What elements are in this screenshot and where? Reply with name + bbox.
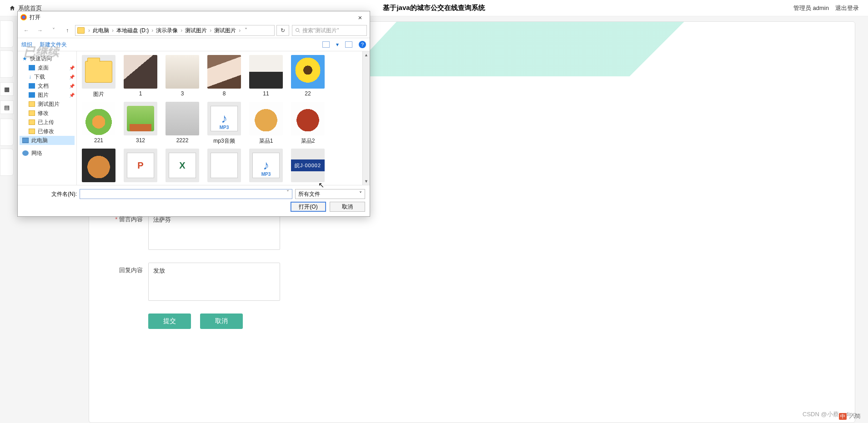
file-label: 8 [223,90,226,97]
app-title: 基于java的城市公交在线查询系统 [383,4,485,12]
dialog-cancel-button[interactable]: 取消 [330,202,365,212]
file-item[interactable]: ♪MP3 [249,149,283,185]
file-item[interactable]: 221 [81,102,116,145]
file-label: 测试 [135,184,146,185]
chevron-down-icon: ˅ [359,191,362,197]
file-item[interactable]: 菜品1 [249,102,283,145]
tree-testimg[interactable]: 测试图片 [20,100,75,109]
file-open-dialog: 打开 × ← → ˅ ↑ ›此电脑 ›本地磁盘 (D:) ›演示录像 ›测试图片… [17,11,370,217]
view-thumb-icon[interactable] [322,41,330,48]
file-label: 312 [136,137,145,144]
crumb[interactable]: 测试图片 [183,27,209,35]
help-icon[interactable]: ? [359,41,366,48]
rail-tab[interactable] [0,119,14,146]
tree-modified[interactable]: 已修改 [20,127,75,136]
file-label: 菜品1 [259,137,273,145]
file-item[interactable]: 菜品2 [291,102,325,145]
tree-modify[interactable]: 修改 [20,109,75,118]
address-bar[interactable]: ›此电脑 ›本地磁盘 (D:) ›演示录像 ›测试图片 ›测试图片 › ˅ [75,25,275,36]
file-item[interactable]: 2222 [165,102,200,145]
tree-desktop[interactable]: 桌面📌 [20,63,75,72]
rail-tab[interactable] [0,20,14,48]
file-item[interactable]: 8 [207,55,241,98]
scrollbar[interactable]: ▲ ▼ [362,51,370,185]
nav-forward-icon: → [34,25,46,36]
watermark-text: 已继续 [24,44,59,60]
file-item[interactable]: 22 [291,55,325,98]
nav-tree: ★快速访问 桌面📌 ↓下载📌 文档📌 图片📌 测试图片 修改 已上传 已修改 此… [18,51,77,185]
file-item[interactable]: ♪MP3mp3音频 [207,102,241,145]
rail-tab[interactable] [0,149,14,176]
crumb[interactable]: 测试图片 [212,27,238,35]
tree-uploaded[interactable]: 已上传 [20,118,75,127]
scroll-up-icon[interactable]: ▲ [363,51,370,59]
filename-input[interactable]: ˅ [80,189,292,199]
file-label: mp3音频 [213,137,235,145]
crumb[interactable]: 演示录像 [154,27,180,35]
cancel-button[interactable]: 取消 [200,314,243,329]
admin-label[interactable]: 管理员 admin [793,4,829,12]
svg-line-1 [299,31,300,33]
file-label: 菜品2 [301,137,315,145]
file-label: 221 [94,137,103,144]
submit-button[interactable]: 提交 [148,314,191,329]
file-label: 22 [305,90,311,97]
search-placeholder: 搜索"测试图片" [302,27,339,35]
filename-label: 文件名(N): [22,190,77,198]
file-item[interactable]: P测试 [123,149,158,185]
file-label: 1 [139,90,142,97]
file-item[interactable]: 菜品3 [81,149,116,185]
chevron-down-icon[interactable]: ˅ [284,189,292,196]
msg-textarea[interactable]: 法萨芬 [148,212,280,250]
logout-link[interactable]: 退出登录 [835,4,859,12]
view-preview-icon[interactable] [345,41,352,48]
tree-documents[interactable]: 文档📌 [20,81,75,90]
ime-indicator: 中ノ,简 [839,413,861,420]
reply-textarea[interactable]: 发放 [148,263,280,301]
file-item[interactable]: 11 [249,55,283,98]
folder-icon [77,27,85,34]
nav-recent-icon[interactable]: ˅ [48,25,60,36]
refresh-icon[interactable]: ↻ [276,25,289,36]
file-item[interactable]: 皖J·00002 [291,149,325,185]
file-item[interactable]: 3 [165,55,200,98]
reply-label: 回复内容 [107,263,148,301]
file-item[interactable]: 图片 [81,55,116,98]
chevron-down-icon[interactable]: ▾ [336,41,339,48]
pin-icon: 📌 [69,93,75,98]
tree-thispc[interactable]: 此电脑 [20,136,75,145]
pin-icon: 📌 [69,84,75,89]
crumb[interactable]: 此电脑 [91,27,111,35]
crumb[interactable]: 本地磁盘 (D:) [115,27,151,35]
scroll-down-icon[interactable]: ▼ [363,178,370,185]
file-label: 3 [181,90,184,97]
tree-pictures[interactable]: 图片📌 [20,90,75,100]
pin-icon: 📌 [69,65,75,70]
file-label: 11 [263,90,269,97]
rail-list-icon[interactable]: ▤ [0,100,14,114]
nav-back-icon[interactable]: ← [20,25,32,36]
msg-label: 留言内容 [107,212,148,250]
file-label: 图片 [93,90,104,98]
file-item[interactable]: 1 [123,55,158,98]
dialog-title: 打开 [30,14,353,21]
pin-icon: 📌 [69,75,75,80]
chrome-icon [20,14,27,20]
chevron-down-icon[interactable]: ˅ [241,27,251,34]
tree-network[interactable]: 网络 [20,149,75,158]
rail-grid-icon[interactable]: ▦ [0,82,14,96]
rail-tab[interactable] [0,50,14,78]
open-button[interactable]: 打开(O) [291,202,326,212]
file-label: 菜品3 [92,184,106,185]
tree-downloads[interactable]: ↓下载📌 [20,72,75,81]
close-icon[interactable]: × [353,14,367,21]
file-item[interactable]: 312 [123,102,158,145]
nav-up-icon[interactable]: ↑ [61,25,73,36]
file-label: 2222 [176,137,189,144]
svg-point-0 [296,29,299,32]
file-item[interactable]: X [165,149,200,185]
search-input[interactable]: 搜索"测试图片" [292,25,367,36]
file-item[interactable] [207,149,241,185]
file-filter[interactable]: 所有文件˅ [295,189,365,199]
